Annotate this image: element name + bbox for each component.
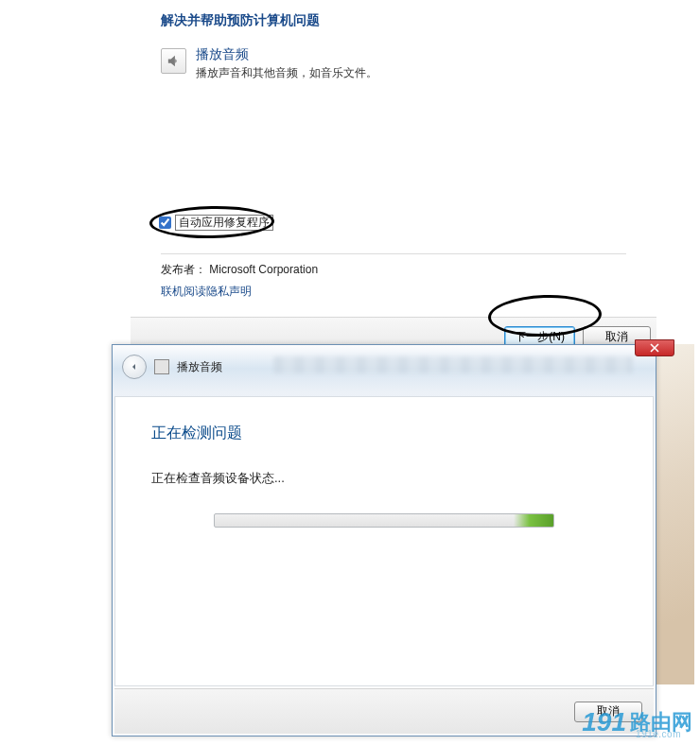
category-heading: 解决并帮助预防计算机问题: [161, 12, 653, 29]
troubleshooter-play-audio[interactable]: 播放音频 播放声音和其他音频，如音乐文件。: [161, 46, 653, 81]
speaker-icon: [161, 48, 186, 74]
publisher-name: Microsoft Corporation: [209, 263, 318, 276]
troubleshooter-title: 播放音频: [196, 46, 377, 63]
diagnostic-heading: 正在检测问题: [151, 424, 617, 443]
publisher-prefix: 发布者：: [161, 263, 206, 276]
titlebar-blur: [273, 356, 633, 373]
troubleshoot-panel: 解决并帮助预防计算机问题 播放音频 播放声音和其他音频，如音乐文件。: [161, 12, 653, 81]
window-title: 播放音频: [177, 359, 222, 375]
progress-bar: [214, 513, 554, 528]
troubleshooter-text: 播放音频 播放声音和其他音频，如音乐文件。: [196, 46, 377, 81]
progress-fill: [514, 514, 553, 527]
background-strip: [656, 344, 694, 684]
auto-fix-checkbox-row: 自动应用修复程序: [159, 215, 656, 231]
troubleshooter-desc: 播放声音和其他音频，如音乐文件。: [196, 65, 377, 81]
arrow-left-icon: [129, 361, 140, 372]
separator: [161, 253, 626, 254]
dialog-footer-area: 自动应用修复程序 发布者： Microsoft Corporation 联机阅读…: [131, 215, 656, 355]
diagnostic-footer: 取消: [114, 688, 654, 734]
privacy-link[interactable]: 联机阅读隐私声明: [161, 284, 252, 300]
diagnostic-status: 正在检查音频设备状态...: [151, 470, 617, 487]
back-button[interactable]: [122, 355, 147, 379]
auto-fix-checkbox[interactable]: [159, 217, 171, 229]
publisher-row: 发布者： Microsoft Corporation: [161, 262, 656, 278]
diagnostic-body: 正在检测问题 正在检查音频设备状态...: [114, 396, 654, 686]
auto-fix-label: 自动应用修复程序: [175, 215, 273, 231]
window-icon: [154, 359, 169, 374]
titlebar: 播放音频: [113, 345, 656, 389]
diag-cancel-button[interactable]: 取消: [574, 702, 642, 722]
diagnostic-window: 播放音频 正在检测问题 正在检查音频设备状态... 取消: [112, 344, 656, 736]
